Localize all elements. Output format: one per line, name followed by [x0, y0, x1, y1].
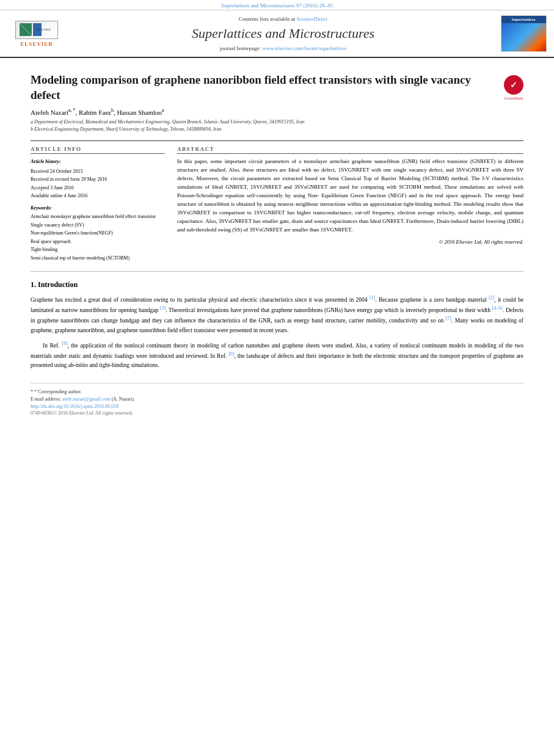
author-shamloo-sup: a	[162, 107, 164, 113]
article-title-section: ✓ CrossMark Modeling comparison of graph…	[31, 73, 523, 103]
contents-available-line: Contents lists available at ScienceDirec…	[239, 16, 327, 22]
elsevier-logo-container: ELSEVIER ELSEVIER	[6, 15, 67, 52]
article-info-column: ARTICLE INFO Article history: Received 2…	[31, 146, 165, 263]
author-nazari-sup: a, *	[68, 107, 76, 113]
journal-logo-right: Superlattices	[499, 15, 548, 52]
journal-reference-text: Superlattices and Microstructures 97 (20…	[221, 2, 333, 9]
elsevier-logo-graphic: ELSEVIER	[15, 21, 58, 39]
ref-2[interactable]: [2]	[489, 295, 494, 300]
article-info-abstract-section: ARTICLE INFO Article history: Received 2…	[31, 140, 523, 263]
keywords-list: Armchair monolayer graphene nanoribbon f…	[31, 213, 165, 263]
available-date: Available online 4 June 2016	[31, 193, 87, 198]
accepted-date: Accepted 3 June 2016	[31, 185, 74, 191]
intro-paragraph-2: In Ref. [8], the application of the nonl…	[31, 340, 523, 371]
homepage-url[interactable]: www.elsevier.com/locate/superlattices	[262, 45, 346, 51]
email-label: E-mail address:	[31, 396, 61, 402]
intro-p1-text-2: . Because graphene is a zero bandgap mat…	[375, 297, 489, 303]
author-shamloo: , Hassan Shamloo	[114, 109, 162, 116]
elsevier-logo: ELSEVIER ELSEVIER	[15, 21, 58, 47]
keywords-label: Keywords:	[31, 205, 165, 211]
received-date: Received 24 October 2015	[31, 169, 83, 174]
received-revised-date: Received in revised form 29 May 2016	[31, 176, 107, 182]
affiliation-b: b Electrical Engineering Department, Sha…	[31, 126, 523, 133]
authors-line: Atefeh Nazaria, *, Rahim Faezb, Hassan S…	[31, 107, 523, 116]
abstract-heading: ABSTRACT	[177, 146, 523, 154]
copyright-line: © 2016 Elsevier Ltd. All rights reserved…	[177, 239, 523, 245]
abstract-text: In this paper, some important circuit pa…	[177, 158, 523, 234]
homepage-label: journal homepage:	[220, 45, 261, 51]
elsevier-wordmark: ELSEVIER	[20, 41, 53, 47]
keyword-1: Armchair monolayer graphene nanoribbon f…	[31, 213, 165, 221]
journal-title: Superlattices and Microstructures	[192, 26, 374, 42]
ref-4-6[interactable]: [4–6]	[492, 305, 503, 311]
journal-header-center: Contents lists available at ScienceDirec…	[73, 15, 493, 52]
ref-8[interactable]: [8]	[62, 341, 67, 346]
crossmark-badge-container: ✓ CrossMark	[504, 75, 523, 101]
sciencedirect-link[interactable]: ScienceDirect	[297, 16, 327, 22]
introduction-section: 1. Introduction Graphene has excited a g…	[31, 280, 523, 371]
superlattices-logo: Superlattices	[501, 15, 547, 52]
author-nazari: Atefeh Nazari	[31, 109, 68, 116]
keyword-6: Semi classical top of barrier modeling (…	[31, 254, 165, 263]
elsevier-svg: ELSEVIER	[18, 22, 55, 37]
contents-text: Contents lists available at	[239, 16, 295, 22]
email-suffix: (A. Nazari).	[111, 396, 134, 402]
crossmark-label: CrossMark	[504, 96, 523, 101]
crossmark-icon: ✓	[504, 75, 523, 95]
journal-homepage-line: journal homepage: www.elsevier.com/locat…	[220, 45, 346, 51]
main-content: ✓ CrossMark Modeling comparison of graph…	[0, 58, 554, 422]
keyword-4: Real space approach	[31, 238, 165, 246]
issn-line: 0749-6036/© 2016 Elsevier Ltd. All right…	[31, 410, 523, 416]
ref-3[interactable]: [3]	[160, 305, 166, 311]
keyword-2: Single vacancy defect (SV)	[31, 221, 165, 230]
intro-p1-text-4: . Theoretical investigations have proved…	[166, 307, 492, 313]
affiliation-a: a Department of Electrical, Biomedical a…	[31, 118, 523, 126]
article-title: Modeling comparison of graphene nanoribb…	[31, 73, 523, 103]
keyword-3: Non-equilibrium Green's function(NEGF)	[31, 229, 165, 238]
article-info-heading: ARTICLE INFO	[31, 146, 165, 154]
intro-p1-and: and	[420, 318, 429, 324]
corresponding-author-note: * * Corresponding author.	[31, 388, 523, 396]
intro-p1-text: Graphene has excited a great deal of con…	[31, 297, 370, 303]
journal-reference-bar: Superlattices and Microstructures 97 (20…	[0, 0, 554, 10]
keyword-5: Tight-binding	[31, 245, 165, 254]
superlattices-logo-image	[501, 23, 546, 51]
affiliations: a Department of Electrical, Biomedical a…	[31, 118, 523, 133]
history-label: Article history:	[31, 158, 165, 166]
svg-text:ELSEVIER: ELSEVIER	[36, 28, 50, 31]
section-number: 1.	[31, 280, 36, 289]
corresponding-label: * Corresponding author.	[34, 389, 82, 394]
doi-link[interactable]: http://dx.doi.org/10.1016/j.spmi.2016.06…	[31, 404, 523, 409]
author-faez: , Rahim Faez	[76, 109, 111, 116]
intro-paragraph-1: Graphene has excited a great deal of con…	[31, 294, 523, 335]
section-divider	[31, 271, 523, 272]
abstract-column: ABSTRACT In this paper, some important c…	[177, 146, 523, 263]
intro-p2-text-1: In Ref.	[43, 343, 62, 349]
introduction-title: 1. Introduction	[31, 280, 523, 289]
ref-7[interactable]: [7]	[446, 316, 451, 321]
superlattices-logo-title: Superlattices	[501, 16, 546, 23]
footnote-section: * * Corresponding author. E-mail address…	[31, 383, 523, 416]
intro-p1-text-6: so on	[428, 318, 445, 324]
email-address[interactable]: atefe.nazari@gmail.com	[62, 396, 110, 402]
journal-header: ELSEVIER ELSEVIER Contents lists availab…	[0, 10, 554, 58]
ref-1[interactable]: [1]	[370, 295, 375, 300]
email-note: E-mail address: atefe.nazari@gmail.com (…	[31, 396, 523, 404]
section-title-text: Introduction	[38, 280, 78, 289]
article-history-block: Article history: Received 24 October 201…	[31, 158, 165, 200]
